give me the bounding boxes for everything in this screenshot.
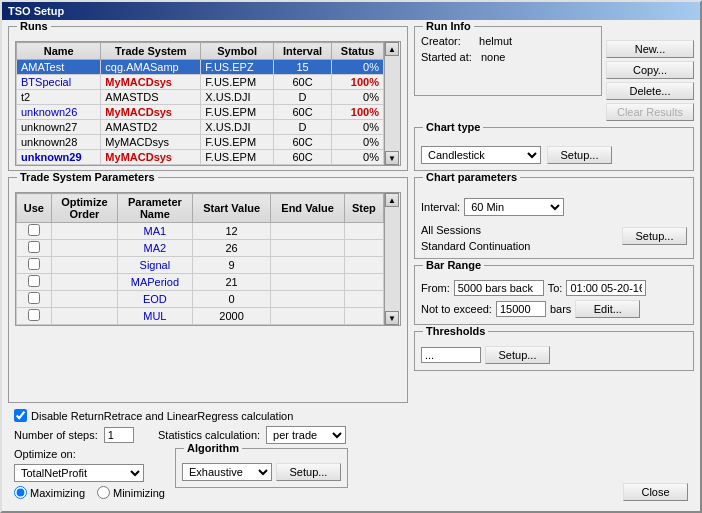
- thresholds-title: Thresholds: [423, 325, 488, 337]
- run-buttons-panel: New... Copy... Delete... Clear Results: [606, 26, 694, 121]
- clear-results-button[interactable]: Clear Results: [606, 103, 694, 121]
- run-trade-system-cell: AMASTDS: [101, 90, 201, 105]
- param-use-cell[interactable]: [17, 223, 52, 240]
- interval-label: Interval:: [421, 201, 460, 213]
- from-to-row: From: To:: [421, 280, 687, 296]
- chart-params-setup-button[interactable]: Setup...: [622, 227, 687, 245]
- params-col-end: End Value: [271, 194, 344, 223]
- algorithm-setup-button[interactable]: Setup...: [276, 463, 341, 481]
- param-optimize-cell: [51, 240, 117, 257]
- table-row[interactable]: BTSpecial MyMACDsys F.US.EPM 60C 100%: [17, 75, 384, 90]
- run-name-cell: unknown26: [17, 105, 101, 120]
- table-row: MA1 12: [17, 223, 384, 240]
- not-exceed-input[interactable]: [496, 301, 546, 317]
- table-row[interactable]: unknown26 MyMACDsys F.US.EPM 60C 100%: [17, 105, 384, 120]
- algorithm-title: Algorithm: [184, 442, 242, 454]
- threshold-input[interactable]: [421, 347, 481, 363]
- run-interval-cell: 60C: [273, 135, 331, 150]
- run-trade-system-cell: MyMACDsys: [101, 75, 201, 90]
- not-exceed-row: Not to exceed: bars Edit...: [421, 300, 687, 318]
- runs-scroll-up[interactable]: ▲: [385, 42, 399, 56]
- maximizing-radio[interactable]: [14, 486, 27, 499]
- table-row[interactable]: t2 AMASTDS X.US.DJI D 0%: [17, 90, 384, 105]
- run-symbol-cell: X.US.DJI: [201, 90, 273, 105]
- table-row: EOD 0: [17, 291, 384, 308]
- chart-params-title: Chart parameters: [423, 171, 520, 183]
- started-row: Started at: none: [421, 49, 595, 65]
- run-symbol-cell: X.US.DJI: [201, 120, 273, 135]
- param-start-cell: 9: [192, 257, 271, 274]
- chart-type-setup-button[interactable]: Setup...: [547, 146, 612, 164]
- run-trade-system-cell: AMASTD2: [101, 120, 201, 135]
- optimize-on-select[interactable]: TotalNetProfit MaxDrawdown SharpeRatio: [14, 464, 144, 482]
- param-use-cell[interactable]: [17, 291, 52, 308]
- statistics-select[interactable]: per trade per bar: [266, 426, 346, 444]
- param-step-cell: [344, 257, 383, 274]
- param-start-cell: 12: [192, 223, 271, 240]
- num-steps-label: Number of steps:: [14, 429, 98, 441]
- from-input[interactable]: [454, 280, 544, 296]
- not-exceed-label: Not to exceed:: [421, 303, 492, 315]
- run-status-cell: 0%: [332, 150, 384, 165]
- param-start-cell: 21: [192, 274, 271, 291]
- standard-continuation-label: Standard Continuation: [421, 240, 530, 252]
- param-end-cell: [271, 240, 344, 257]
- run-status-cell: 0%: [332, 90, 384, 105]
- to-label: To:: [548, 282, 563, 294]
- minimizing-radio[interactable]: [97, 486, 110, 499]
- edit-button[interactable]: Edit...: [575, 300, 640, 318]
- params-scroll-down[interactable]: ▼: [385, 311, 399, 325]
- run-interval-cell: 60C: [273, 150, 331, 165]
- param-use-cell[interactable]: [17, 240, 52, 257]
- param-step-cell: [344, 291, 383, 308]
- param-end-cell: [271, 308, 344, 325]
- bar-range-title: Bar Range: [423, 259, 484, 271]
- threshold-row: Setup...: [421, 346, 687, 364]
- close-button[interactable]: Close: [623, 483, 688, 501]
- params-col-optimize: OptimizeOrder: [51, 194, 117, 223]
- param-use-cell[interactable]: [17, 274, 52, 291]
- table-row: MUL 2000: [17, 308, 384, 325]
- from-label: From:: [421, 282, 450, 294]
- interval-select[interactable]: 60 Min Daily 30 Min 15 Min: [464, 198, 564, 216]
- run-interval-cell: 60C: [273, 105, 331, 120]
- param-use-cell[interactable]: [17, 308, 52, 325]
- copy-button[interactable]: Copy...: [606, 61, 694, 79]
- run-info-box: Run Info Creator: helmut Started at: no: [414, 26, 602, 96]
- params-scroll-up[interactable]: ▲: [385, 193, 399, 207]
- bars-label: bars: [550, 303, 571, 315]
- table-row[interactable]: unknown28 MyMACDsys F.US.EPM 60C 0%: [17, 135, 384, 150]
- param-name-cell: MAPeriod: [117, 274, 192, 291]
- new-button[interactable]: New...: [606, 40, 694, 58]
- radio-group: Maximizing Minimizing: [14, 486, 165, 499]
- delete-button[interactable]: Delete...: [606, 82, 694, 100]
- num-steps-input[interactable]: [104, 427, 134, 443]
- param-step-cell: [344, 240, 383, 257]
- disable-checkbox[interactable]: [14, 409, 27, 422]
- runs-scroll-down[interactable]: ▼: [385, 151, 399, 165]
- chart-type-row: Candlestick Bar Line Point Setup...: [421, 146, 687, 164]
- chart-type-select[interactable]: Candlestick Bar Line Point: [421, 146, 541, 164]
- run-symbol-cell: F.US.EPM: [201, 150, 273, 165]
- table-row[interactable]: unknown27 AMASTD2 X.US.DJI D 0%: [17, 120, 384, 135]
- run-symbol-cell: F.US.EPM: [201, 75, 273, 90]
- params-title: Trade System Parameters: [17, 171, 158, 183]
- param-use-cell[interactable]: [17, 257, 52, 274]
- params-col-name: ParameterName: [117, 194, 192, 223]
- param-name-cell: MA1: [117, 223, 192, 240]
- param-name-cell: MA2: [117, 240, 192, 257]
- disable-row: Disable ReturnRetrace and LinearRegress …: [14, 409, 402, 422]
- to-input[interactable]: [566, 280, 646, 296]
- params-table: Use OptimizeOrder ParameterName Start Va…: [16, 193, 384, 325]
- creator-label: Creator:: [421, 35, 461, 47]
- run-symbol-cell: F.US.EPZ: [201, 60, 273, 75]
- table-row[interactable]: unknown29 MyMACDsys F.US.EPM 60C 0%: [17, 150, 384, 165]
- algorithm-select[interactable]: Exhaustive Genetic: [182, 463, 272, 481]
- run-name-cell: AMATest: [17, 60, 101, 75]
- run-symbol-cell: F.US.EPM: [201, 105, 273, 120]
- algorithm-box: Algorithm Exhaustive Genetic Setup...: [175, 448, 348, 488]
- minimizing-label: Minimizing: [113, 487, 165, 499]
- table-row[interactable]: AMATest cqg.AMASamp F.US.EPZ 15 0%: [17, 60, 384, 75]
- threshold-setup-button[interactable]: Setup...: [485, 346, 550, 364]
- param-start-cell: 0: [192, 291, 271, 308]
